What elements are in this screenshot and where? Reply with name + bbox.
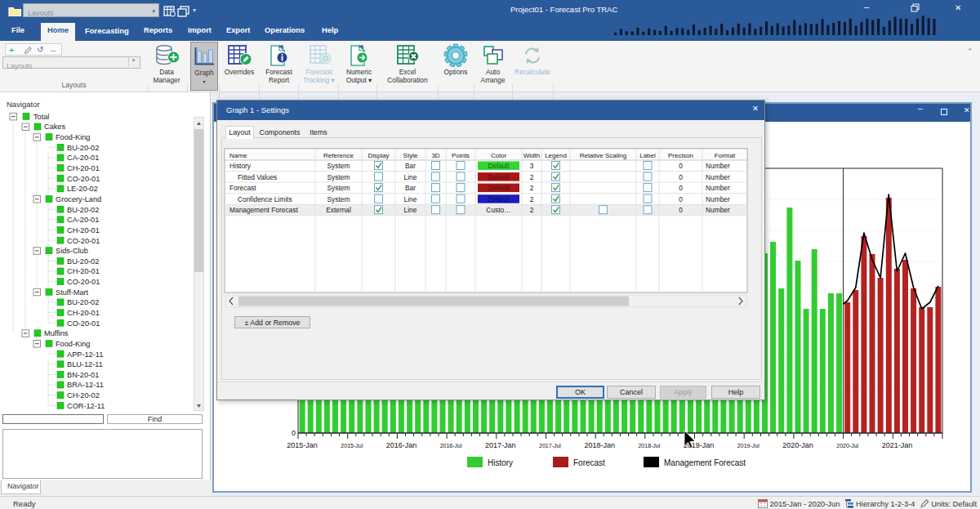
svg-text:CO-20-01: CO-20-01 [67,175,100,183]
svg-text:System: System [327,195,350,203]
svg-text:Default: Default [488,196,510,203]
svg-text:System: System [327,162,350,170]
svg-text:Food-King: Food-King [56,340,90,348]
svg-text:Custo…: Custo… [486,206,510,214]
svg-text:Confidence Limits: Confidence Limits [238,195,292,203]
svg-text:3D: 3D [431,152,439,159]
svg-text:2: 2 [530,206,534,214]
svg-text:History: History [229,162,252,170]
svg-text:Legend: Legend [545,152,567,159]
svg-text:Name: Name [229,152,247,159]
svg-text:2016-Jul: 2016-Jul [440,443,462,449]
svg-text:Default: Default [488,163,510,170]
svg-text:Management Forecast: Management Forecast [664,458,746,467]
svg-text:0: 0 [679,195,683,203]
svg-text:BU-20-02: BU-20-02 [67,206,99,214]
svg-text:Number: Number [706,206,730,214]
svg-text:CO-20-01: CO-20-01 [67,278,100,286]
svg-text:Default: Default [488,185,510,192]
svg-text:2019-Jul: 2019-Jul [737,443,760,449]
svg-text:CA-20-01: CA-20-01 [67,154,99,162]
svg-text:Number: Number [706,184,730,192]
svg-text:History: History [488,458,513,467]
svg-text:Format: Format [715,152,736,159]
svg-text:Total: Total [33,113,49,121]
svg-text:Reference: Reference [323,152,354,159]
svg-text:Bar: Bar [405,184,416,192]
svg-text:Line: Line [404,173,417,181]
svg-text:Default: Default [488,174,510,181]
svg-text:LE-20-02: LE-20-02 [67,185,98,193]
svg-text:CO-20-01: CO-20-01 [67,237,100,245]
svg-text:CH-20-02: CH-20-02 [67,391,100,400]
svg-text:Points: Points [452,152,470,159]
svg-text:CH-20-01: CH-20-01 [67,267,100,275]
svg-text:Line: Line [404,195,417,203]
svg-text:Forecast: Forecast [229,184,256,192]
svg-text:BU-20-02: BU-20-02 [67,298,99,306]
svg-text:2: 2 [530,184,534,192]
svg-text:2018-Jan: 2018-Jan [584,441,615,449]
svg-text:2: 2 [530,173,534,181]
svg-text:CA-20-01: CA-20-01 [67,216,99,224]
svg-text:CH-20-01: CH-20-01 [67,309,100,317]
svg-text:2021-Jan: 2021-Jan [882,441,913,449]
svg-text:Management Forecast: Management Forecast [229,206,298,214]
svg-text:Grocery-Land: Grocery-Land [56,195,101,203]
svg-text:3: 3 [530,162,534,170]
svg-text:BRA-12-11: BRA-12-11 [67,381,104,389]
svg-text:Number: Number [706,195,730,203]
svg-text:Style: Style [403,152,418,159]
svg-text:BU-20-02: BU-20-02 [67,257,99,266]
svg-text:Bar: Bar [405,162,416,170]
svg-text:Relative Scaling: Relative Scaling [580,152,626,159]
svg-text:Precison: Precison [668,152,693,159]
svg-text:2015-Jul: 2015-Jul [341,443,363,449]
svg-text:System: System [327,184,350,192]
svg-text:CO-20-01: CO-20-01 [67,319,100,328]
svg-text:Number: Number [706,173,730,181]
svg-text:APP-12-11: APP-12-11 [67,350,103,359]
svg-text:0: 0 [679,173,683,181]
svg-text:BLU-12-11: BLU-12-11 [67,360,103,368]
svg-text:External: External [326,206,351,214]
svg-text:Stuff-Mart: Stuff-Mart [56,288,89,297]
svg-text:2020-Jul: 2020-Jul [836,443,858,449]
svg-text:BN-20-01: BN-20-01 [67,371,99,379]
svg-text:Forecast: Forecast [573,458,605,467]
svg-text:System: System [327,173,350,181]
svg-text:2: 2 [530,195,534,203]
svg-text:BU-20-02: BU-20-02 [67,144,99,152]
svg-text:2016-Jan: 2016-Jan [386,441,417,449]
svg-text:Label: Label [639,152,656,159]
svg-text:Fitted Values: Fitted Values [238,173,277,181]
svg-text:Color: Color [491,152,506,159]
svg-text:0: 0 [679,162,683,170]
svg-text:2018-Jul: 2018-Jul [638,443,660,449]
svg-text:Number: Number [706,162,730,170]
svg-text:0: 0 [679,184,683,192]
svg-text:2015-Jan: 2015-Jan [287,441,318,449]
svg-text:Display: Display [368,152,389,159]
svg-text:2017-Jul: 2017-Jul [539,443,561,449]
svg-text:CH-20-01: CH-20-01 [67,164,100,172]
svg-text:Food-King: Food-King [56,133,90,141]
svg-text:0: 0 [679,206,683,214]
svg-text:Width: Width [523,152,540,159]
svg-text:2017-Jan: 2017-Jan [485,441,516,449]
svg-text:Cakes: Cakes [44,123,65,131]
svg-text:Sids-Club: Sids-Club [56,247,88,255]
svg-text:COR-12-11: COR-12-11 [67,402,105,410]
svg-text:0: 0 [292,429,296,437]
svg-text:Muffins: Muffins [44,329,69,337]
svg-text:CH-20-01: CH-20-01 [67,226,100,234]
svg-text:2020-Jan: 2020-Jan [782,441,813,449]
svg-text:Line: Line [404,206,417,214]
